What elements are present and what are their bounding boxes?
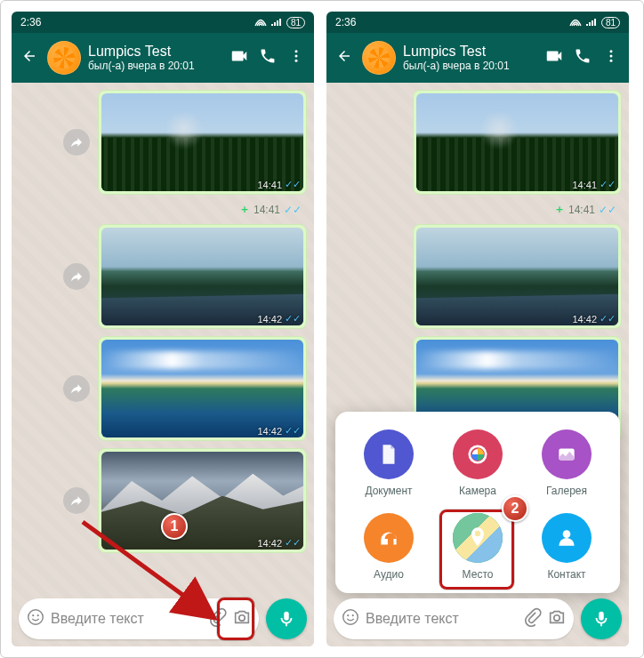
avatar[interactable] [362, 41, 396, 75]
attach-label: Галерея [546, 485, 587, 497]
forward-icon[interactable] [63, 487, 90, 514]
extra-count-row: ＋ 14:41 ✓✓ [234, 202, 307, 217]
status-icons: 81 [569, 17, 620, 28]
svg-point-2 [295, 60, 298, 62]
read-check-icon: ✓✓ [600, 179, 616, 190]
battery-badge: 81 [286, 17, 305, 28]
status-time: 2:36 [335, 16, 356, 28]
back-icon[interactable] [334, 48, 355, 68]
attach-label: Контакт [547, 568, 585, 581]
more-icon[interactable] [286, 48, 307, 68]
svg-point-8 [610, 55, 613, 58]
battery-badge: 81 [601, 17, 620, 28]
contact-name: Lumpics Test [403, 43, 536, 60]
message-time: 14:42 [257, 538, 282, 549]
read-check-icon: ✓✓ [285, 425, 301, 437]
svg-point-17 [554, 615, 559, 621]
svg-point-16 [352, 614, 354, 616]
attach-label: Аудио [374, 568, 404, 581]
svg-point-9 [610, 60, 613, 62]
plus-icon: ＋ [239, 202, 250, 217]
attach-camera[interactable]: Камера [433, 429, 522, 497]
message-image[interactable]: 14:41✓✓ [413, 90, 622, 195]
more-icon[interactable] [600, 48, 622, 68]
read-check-icon: ✓✓ [600, 313, 616, 325]
svg-point-3 [28, 610, 44, 625]
attach-gallery[interactable]: Галерея [522, 429, 611, 497]
extra-time: 14:41 [568, 204, 595, 216]
phone-left: 2:36 81 Lumpics Test был(-а) вчера в 20:… [12, 12, 314, 646]
attach-contact[interactable]: Контакт [522, 513, 611, 581]
mic-button[interactable] [266, 598, 307, 639]
message-time: 14:42 [257, 314, 282, 325]
forward-icon[interactable] [63, 375, 90, 402]
status-bar: 2:36 81 [12, 12, 314, 33]
camera-icon[interactable] [547, 607, 567, 630]
last-seen: был(-а) вчера в 20:01 [403, 60, 536, 72]
headphones-icon [364, 513, 414, 563]
extra-time: 14:41 [254, 204, 280, 216]
gallery-icon [542, 429, 592, 479]
attach-icon[interactable] [522, 607, 542, 630]
message-time: 14:42 [572, 314, 597, 325]
attach-label: Камера [459, 485, 496, 497]
message-image[interactable]: 14:42✓✓ [98, 224, 307, 329]
forward-icon[interactable] [63, 263, 90, 290]
status-bar: 2:36 81 [326, 12, 629, 33]
read-check-icon: ✓✓ [285, 313, 301, 325]
header-title-block[interactable]: Lumpics Test был(-а) вчера в 20:01 [88, 43, 221, 73]
forward-icon[interactable] [63, 129, 90, 156]
header-title-block[interactable]: Lumpics Test был(-а) вчера в 20:01 [403, 43, 536, 73]
phone-right: 2:36 81 Lumpics Test был(-а) вчера в 20:… [326, 12, 629, 646]
message-time: 14:41 [257, 180, 282, 190]
read-check-icon: ✓✓ [285, 537, 301, 549]
input-placeholder: Введите текст [366, 611, 517, 627]
document-icon [364, 429, 414, 479]
extra-count-row: ＋ 14:41 ✓✓ [549, 202, 622, 217]
camera-color-icon [453, 429, 503, 479]
contact-name: Lumpics Test [88, 43, 221, 60]
voice-call-icon[interactable] [572, 47, 593, 68]
message-image[interactable]: 14:41✓✓ [98, 90, 307, 195]
avatar[interactable] [47, 41, 81, 75]
callout-badge-2: 2 [502, 495, 528, 522]
last-seen: был(-а) вчера в 20:01 [88, 60, 221, 72]
svg-point-7 [610, 50, 613, 52]
back-icon[interactable] [19, 48, 40, 68]
read-check-icon: ✓✓ [285, 179, 301, 190]
svg-point-0 [295, 50, 298, 52]
chat-header: Lumpics Test был(-а) вчера в 20:01 [12, 33, 314, 83]
person-icon [542, 513, 592, 563]
voice-call-icon[interactable] [257, 47, 278, 68]
callout-arrow-1 [65, 513, 225, 638]
attach-audio[interactable]: Аудио [344, 513, 433, 581]
message-time: 14:42 [257, 426, 282, 437]
read-check-icon: ✓✓ [284, 204, 302, 216]
plus-icon: ＋ [554, 202, 565, 217]
text-input[interactable]: Введите текст [334, 598, 574, 639]
svg-point-15 [347, 614, 349, 616]
mic-button[interactable] [581, 598, 622, 639]
svg-point-14 [343, 610, 358, 625]
svg-point-5 [37, 614, 39, 616]
svg-point-1 [295, 55, 298, 58]
message-time: 14:41 [572, 180, 597, 190]
svg-point-4 [32, 614, 34, 616]
status-icons: 81 [254, 17, 305, 28]
read-check-icon: ✓✓ [599, 204, 616, 216]
emoji-icon[interactable] [26, 607, 45, 630]
emoji-icon[interactable] [341, 607, 360, 630]
status-time: 2:36 [20, 16, 41, 28]
attach-label: Документ [365, 485, 412, 497]
attach-document[interactable]: Документ [344, 429, 433, 497]
message-image[interactable]: 14:42✓✓ [98, 336, 307, 441]
input-bar: Введите текст [326, 591, 629, 646]
message-image[interactable]: 14:42✓✓ [413, 224, 622, 329]
svg-point-13 [563, 530, 571, 538]
chat-header: Lumpics Test был(-а) вчера в 20:01 [326, 33, 629, 83]
video-call-icon[interactable] [229, 46, 250, 69]
video-call-icon[interactable] [543, 46, 565, 69]
